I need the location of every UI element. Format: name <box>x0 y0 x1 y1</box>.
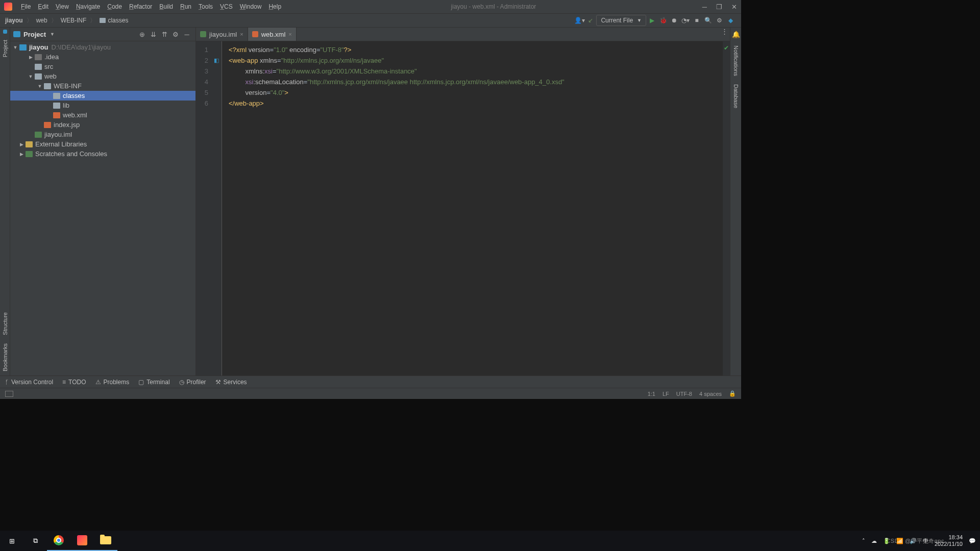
tree-row[interactable]: classes <box>10 91 195 101</box>
menu-item-run[interactable]: Run <box>177 3 195 10</box>
error-stripe[interactable]: ✔ <box>723 41 730 375</box>
menu-item-file[interactable]: File <box>17 3 34 10</box>
tree-row[interactable]: jiayou.iml <box>10 130 195 139</box>
stop-icon[interactable]: ■ <box>691 15 702 26</box>
task-view-button[interactable]: ⧉ <box>23 531 47 551</box>
panel-settings-icon[interactable]: ⚙ <box>170 31 181 38</box>
bottom-tool-todo[interactable]: ≡TODO <box>62 379 86 386</box>
menu-item-vcs[interactable]: VCS <box>216 3 236 10</box>
hide-panel-icon[interactable]: ─ <box>181 31 192 38</box>
editor-tab[interactable]: web.xml× <box>248 28 297 41</box>
database-tool-button[interactable]: Database <box>733 80 739 112</box>
editor-body[interactable]: 123456 ◧ <?xml version="1.0" encoding="U… <box>196 41 730 375</box>
inspection-ok-icon[interactable]: ✔ <box>724 44 729 52</box>
tray-volume-icon[interactable]: 🔊 <box>910 538 917 544</box>
tree-node-icon <box>53 103 60 109</box>
editor-tab[interactable]: jiayou.iml× <box>196 28 248 41</box>
tray-ime-icon[interactable]: 中 <box>923 537 928 545</box>
build-icon[interactable]: ↙ <box>585 15 596 26</box>
run-config-dropdown[interactable]: Current File▼ <box>596 15 646 26</box>
status-indent[interactable]: 4 spaces <box>699 391 722 397</box>
menu-item-build[interactable]: Build <box>156 3 177 10</box>
menu-item-help[interactable]: Help <box>265 3 285 10</box>
debug-icon[interactable]: 🐞 <box>657 15 669 26</box>
code-content[interactable]: <?xml version="1.0" encoding="UTF-8"?> <… <box>227 41 723 375</box>
start-button[interactable]: ⊞ <box>0 531 23 551</box>
menu-item-view[interactable]: View <box>52 3 72 10</box>
status-line-sep[interactable]: LF <box>663 391 669 397</box>
tree-row[interactable]: ▶.idea <box>10 52 195 62</box>
minimize-button[interactable]: ─ <box>702 3 707 11</box>
menu-item-refactor[interactable]: Refactor <box>126 3 156 10</box>
fold-strip[interactable] <box>222 41 227 375</box>
menu-item-navigate[interactable]: Navigate <box>72 3 104 10</box>
intellij-taskbar-icon[interactable] <box>70 531 94 551</box>
tree-row[interactable]: ▼WEB-INF <box>10 81 195 91</box>
tree-row[interactable]: index.jsp <box>10 120 195 130</box>
close-tab-icon[interactable]: × <box>288 31 291 37</box>
tabs-more-icon[interactable]: ⋮ <box>719 28 730 41</box>
menu-item-tools[interactable]: Tools <box>195 3 216 10</box>
tree-node-icon <box>53 93 60 99</box>
menu-item-edit[interactable]: Edit <box>34 3 52 10</box>
collapse-all-icon[interactable]: ⇈ <box>159 31 170 38</box>
status-caret-pos[interactable]: 1:1 <box>648 391 655 397</box>
bottom-tool-bar: ᚶVersion Control≡TODO⚠Problems▢Terminal◷… <box>0 375 741 388</box>
maximize-button[interactable]: ❐ <box>716 3 722 11</box>
status-tool-window-icon[interactable] <box>5 391 13 397</box>
add-user-icon[interactable]: 👤▾ <box>574 15 585 26</box>
status-encoding[interactable]: UTF-8 <box>676 391 692 397</box>
notifications-tool-button[interactable]: Notifications <box>733 41 739 80</box>
profile-icon[interactable]: ◔▾ <box>680 15 691 26</box>
notifications-icon[interactable]: 🔔 <box>732 28 740 41</box>
bottom-tool-profiler[interactable]: ◷Profiler <box>179 379 206 386</box>
tree-node-icon <box>35 73 42 80</box>
readonly-lock-icon[interactable]: 🔒 <box>729 390 736 397</box>
tree-row[interactable]: lib <box>10 101 195 110</box>
chrome-taskbar-icon[interactable] <box>47 531 70 551</box>
project-tool-icon <box>3 30 7 34</box>
close-tab-icon[interactable]: × <box>240 31 243 37</box>
project-tool-button[interactable]: Project <box>2 36 8 61</box>
tree-row[interactable]: ▶Scratches and Consoles <box>10 149 195 159</box>
tray-chevron-icon[interactable]: ˄ <box>862 538 865 544</box>
tree-node-icon <box>26 141 33 147</box>
menu-item-code[interactable]: Code <box>104 3 126 10</box>
explorer-taskbar-icon[interactable] <box>94 531 117 551</box>
bookmarks-tool-button[interactable]: Bookmarks <box>2 339 8 375</box>
search-icon[interactable]: 🔍 <box>702 15 714 26</box>
tray-wifi-icon[interactable]: 📶 <box>896 538 903 544</box>
navigation-bar: jiayou 〉 web 〉 WEB-INF 〉 classes 👤▾ ↙ Cu… <box>0 14 741 28</box>
breadcrumb[interactable]: jiayou 〉 web 〉 WEB-INF 〉 classes <box>5 16 128 25</box>
coverage-icon[interactable]: ⏺ <box>669 15 680 26</box>
tree-row[interactable]: web.xml <box>10 110 195 120</box>
menu-bar: FileEditViewNavigateCodeRefactorBuildRun… <box>0 0 741 14</box>
bottom-tool-version-control[interactable]: ᚶVersion Control <box>5 379 53 386</box>
chevron-down-icon[interactable]: ▼ <box>50 32 55 37</box>
close-button[interactable]: ✕ <box>731 3 737 11</box>
bottom-tool-services[interactable]: ⚒Services <box>215 379 247 386</box>
tray-clock[interactable]: 18:34 2022/11/10 <box>935 534 963 547</box>
tree-row[interactable]: ▼web <box>10 71 195 81</box>
gutter-nav-icon[interactable]: ◧ <box>211 55 222 66</box>
tree-root[interactable]: ▼ jiayou D:\IDEA\day1\jiayou <box>10 42 195 52</box>
code-with-me-icon[interactable]: ◆ <box>725 15 736 26</box>
run-icon[interactable]: ▶ <box>646 15 657 26</box>
tree-node-icon <box>26 151 33 157</box>
select-opened-file-icon[interactable]: ⊕ <box>136 31 148 38</box>
tray-onedrive-icon[interactable]: ☁ <box>871 538 877 544</box>
project-tree[interactable]: ▼ jiayou D:\IDEA\day1\jiayou ▶.ideasrc▼w… <box>10 41 195 375</box>
bottom-tool-terminal[interactable]: ▢Terminal <box>138 379 169 386</box>
tree-row[interactable]: ▶External Libraries <box>10 139 195 149</box>
tree-node-icon <box>35 64 42 70</box>
tray-notifications-icon[interactable]: 💬 <box>969 538 976 544</box>
tree-row[interactable]: src <box>10 62 195 71</box>
bottom-tool-problems[interactable]: ⚠Problems <box>95 379 130 386</box>
expand-all-icon[interactable]: ⇊ <box>148 31 159 38</box>
ide-window: FileEditViewNavigateCodeRefactorBuildRun… <box>0 0 741 399</box>
windows-taskbar: ⊞ ⧉ CSDN @平平无奇qpc ˄ ☁ 🔋 📶 🔊 中 18:34 2022… <box>0 531 980 551</box>
settings-icon[interactable]: ⚙ <box>714 15 725 26</box>
tray-battery-icon[interactable]: 🔋 <box>883 538 890 544</box>
structure-tool-button[interactable]: Structure <box>2 308 8 339</box>
menu-item-window[interactable]: Window <box>236 3 265 10</box>
